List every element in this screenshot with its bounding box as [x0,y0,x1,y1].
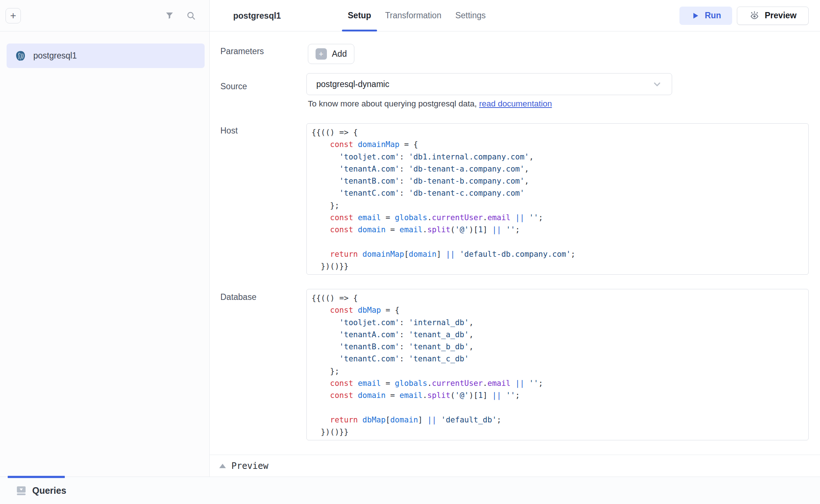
bottom-bar: Queries [0,477,820,504]
play-icon [690,11,700,20]
preview-panel-title: Preview [231,461,268,471]
search-icon [186,11,196,21]
query-list: postgresql1 [0,31,209,68]
host-code-editor[interactable]: {{(() => { const domainMap = { 'tooljet.… [306,123,809,275]
read-documentation-link[interactable]: read documentation [479,99,552,108]
queries-panel-tab[interactable]: Queries [16,485,66,496]
run-button[interactable]: Run [679,7,732,25]
filter-icon [165,11,174,20]
main-content: postgresql1 Setup Transformation Setting… [210,0,820,477]
parameters-label: Parameters [220,46,264,56]
query-list-item-postgresql1[interactable]: postgresql1 [7,44,205,68]
top-area: + [0,0,820,477]
queries-panel-label: Queries [32,485,66,496]
preview-button[interactable]: Preview [737,7,809,25]
plus-icon: + [10,11,16,21]
setup-panel: Parameters + Add Source postgresql-dynam… [210,31,820,477]
eye-icon [749,10,760,21]
database-code-editor[interactable]: {{(() => { const dbMap = { 'tooljet.com'… [306,289,809,440]
run-button-label: Run [705,11,721,20]
active-tab-indicator [8,476,65,478]
sidebar-header: + [0,0,209,31]
host-label: Host [220,126,238,136]
query-title: postgresql1 [233,11,281,20]
queries-sidebar: + [0,0,210,477]
tab-transformation[interactable]: Transformation [385,0,441,31]
search-button[interactable] [186,11,196,21]
sidebar-header-icons [165,11,196,21]
query-item-label: postgresql1 [33,51,77,61]
add-query-button[interactable]: + [5,8,21,23]
source-helper-text: To know more about querying postgresql d… [308,99,552,109]
topbar-actions: Run Preview [679,7,809,25]
preview-button-label: Preview [765,11,797,20]
tab-settings[interactable]: Settings [455,0,486,31]
source-select[interactable]: postgresql-dynamic [306,73,672,95]
add-parameter-label: Add [332,49,347,59]
chevron-down-icon [652,79,662,89]
add-parameter-button[interactable]: + Add [308,44,354,64]
queries-panel-icon [16,485,27,496]
plus-square-icon: + [316,48,327,60]
query-editor-app: + [0,0,820,504]
preview-panel-header[interactable]: Preview [210,455,820,477]
query-topbar: postgresql1 Setup Transformation Setting… [210,0,820,31]
database-label: Database [220,292,256,302]
query-tabs: Setup Transformation Settings [348,0,486,31]
tab-setup[interactable]: Setup [348,0,371,31]
filter-button[interactable] [165,11,174,20]
source-label: Source [220,82,247,91]
source-select-value: postgresql-dynamic [316,79,389,89]
postgresql-icon [15,50,26,62]
collapse-up-icon[interactable] [219,464,226,468]
